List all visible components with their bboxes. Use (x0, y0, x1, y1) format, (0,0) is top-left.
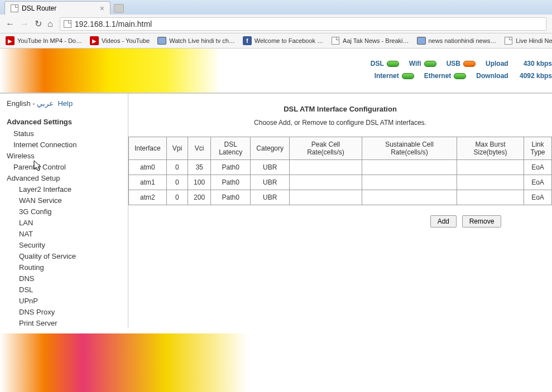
menu-sub-item[interactable]: NAT (7, 229, 128, 240)
table-cell: 0 (166, 190, 188, 205)
table-header: Vci (188, 137, 211, 160)
new-tab-button[interactable] (114, 4, 124, 13)
menu-item-parental[interactable]: Parental Control (7, 162, 128, 173)
status-internet: Internet (375, 72, 414, 80)
table-cell: Path0 (211, 160, 251, 175)
table-cell (457, 160, 524, 175)
download-rate: Download 4092 kbps (476, 72, 552, 80)
table-cell (290, 175, 362, 190)
bookmark-item[interactable]: Live Hindi News: Wa (504, 36, 552, 45)
table-cell: UBR (251, 175, 290, 190)
status-bar: DSL Wifi USB Upload 430 kbps Internet Et… (371, 60, 552, 80)
menu-sub-item[interactable]: Layer2 Interface (7, 184, 128, 195)
led-icon (424, 61, 436, 67)
bookmark-item[interactable]: ▶Videos - YouTube (90, 36, 150, 45)
table-cell (290, 160, 362, 175)
bookmark-label: news nationhindi news… (429, 37, 497, 44)
menu-item-wireless[interactable]: Wireless (7, 152, 35, 160)
menu-sub-item[interactable]: Routing (7, 262, 128, 273)
lang-english[interactable]: English (7, 99, 31, 108)
table-cell: UBR (251, 190, 290, 205)
back-icon[interactable]: ← (6, 19, 15, 29)
table-row: atm10100Path0UBREoA (129, 175, 552, 190)
table-cell: Path0 (211, 190, 251, 205)
menu-sub-item[interactable]: WAN Service (7, 195, 128, 206)
menu-sub-item[interactable]: DNS Proxy (7, 307, 128, 318)
menu-sub-item[interactable]: 3G Config (7, 206, 128, 217)
table-cell: EoA (524, 175, 552, 190)
menu-sub-item[interactable]: UPnP (7, 296, 128, 307)
table-cell: EoA (524, 160, 552, 175)
forward-icon[interactable]: → (20, 19, 29, 29)
table-header: Category (251, 137, 290, 160)
footer-decoration (0, 333, 552, 392)
lang-arabic[interactable]: عربي (37, 99, 54, 108)
browser-tab[interactable]: DSL Router × (4, 1, 111, 14)
menu-sub-item[interactable]: Print Server (7, 318, 128, 328)
status-usb: USB (447, 60, 476, 67)
menu-sub-item[interactable]: Security (7, 240, 128, 251)
bookmark-item[interactable]: news nationhindi news… (417, 36, 497, 45)
table-header: Peak Cell Rate(cells/s) (290, 137, 362, 160)
table-cell: 100 (188, 175, 211, 190)
led-icon (387, 61, 399, 67)
upload-rate: Upload 430 kbps (486, 60, 552, 67)
bookmark-icon (417, 36, 426, 45)
bookmark-item[interactable]: Aaj Tak News - Breaki… (331, 36, 409, 45)
home-icon[interactable]: ⌂ (47, 19, 53, 29)
table-cell (290, 190, 362, 205)
browser-toolbar: ← → ↻ ⌂ 192.168.1.1/main.html (0, 14, 552, 33)
status-dsl: DSL (371, 60, 399, 67)
bookmark-item[interactable]: fWelcome to Facebook … (243, 36, 323, 45)
bookmark-icon: ▶ (90, 36, 99, 45)
menu-sub-item[interactable]: DNS (7, 273, 128, 284)
table-header: Link Type (524, 137, 552, 160)
close-icon[interactable]: × (100, 4, 104, 12)
table-header: Vpi (166, 137, 188, 160)
bookmark-item[interactable]: ▶YouTube In MP4 - Do… (6, 36, 82, 45)
menu-item-status[interactable]: Status (7, 128, 128, 139)
table-header: DSL Latency (211, 137, 251, 160)
led-icon (454, 73, 466, 79)
bookmark-icon (157, 36, 166, 45)
table-cell: 0 (166, 160, 188, 175)
action-buttons: Add Remove (128, 215, 552, 228)
bookmark-label: Aaj Tak News - Breaki… (343, 37, 409, 44)
page-icon (11, 4, 18, 12)
bookmark-label: YouTube In MP4 - Do… (17, 37, 82, 44)
menu-sub-item[interactable]: Quality of Service (7, 251, 128, 262)
table-row: atm20200Path0UBREoA (129, 190, 552, 205)
bookmark-icon: ▶ (6, 36, 15, 45)
sidebar: English - عربي Help Advanced Settings St… (0, 94, 128, 328)
help-link[interactable]: Help (57, 99, 73, 108)
remove-button[interactable]: Remove (462, 215, 502, 228)
table-cell: Path0 (211, 175, 251, 190)
bookmarks-bar: ▶YouTube In MP4 - Do…▶Videos - YouTubeWa… (0, 33, 552, 49)
menu-sub-item[interactable]: LAN (7, 217, 128, 229)
nav-icons: ← → ↻ ⌂ (6, 18, 53, 29)
table-cell (362, 160, 457, 175)
table-cell: atm2 (129, 190, 167, 205)
bookmark-icon: f (243, 36, 252, 45)
table-cell: atm0 (129, 160, 167, 175)
table-row: atm0035Path0UBREoA (129, 160, 552, 175)
table-cell: 200 (188, 190, 211, 205)
menu-sub-item[interactable]: DSL (7, 284, 128, 296)
menu-item-advanced[interactable]: Advanced Setup (7, 174, 60, 182)
table-cell: UBR (251, 160, 290, 175)
status-wifi: Wifi (409, 60, 436, 67)
bookmark-item[interactable]: Watch Live hindi tv ch… (157, 36, 235, 45)
bookmark-icon (504, 36, 513, 45)
reload-icon[interactable]: ↻ (35, 18, 42, 29)
language-links: English - عربي Help (7, 99, 128, 108)
add-button[interactable]: Add (430, 215, 457, 228)
table-cell: 35 (188, 160, 211, 175)
page-icon (64, 20, 71, 28)
url-input[interactable]: 192.168.1.1/main.html (60, 17, 546, 31)
table-cell: EoA (524, 190, 552, 205)
bookmark-label: Watch Live hindi tv ch… (169, 37, 235, 44)
table-header: Max Burst Size(bytes) (457, 137, 524, 160)
router-header: DSL Wifi USB Upload 430 kbps Internet Et… (0, 49, 552, 93)
menu-item-internet[interactable]: Internet Connection (7, 139, 128, 151)
tab-title: DSL Router (22, 4, 56, 12)
